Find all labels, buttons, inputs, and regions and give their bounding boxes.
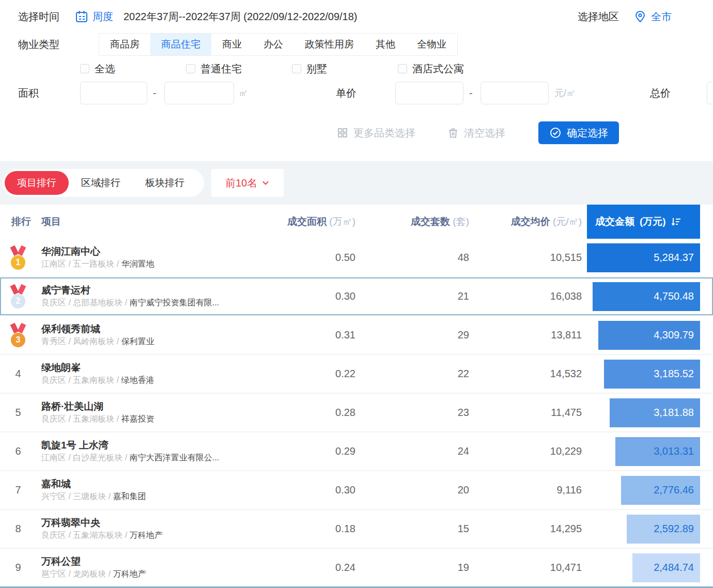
project-developer: 绿地香港 (121, 376, 154, 384)
more-categories-button[interactable]: 更多品类选择 (337, 121, 415, 145)
table-row-6[interactable]: 6凯旋1号 上水湾江南区 / 白沙星光板块 / 南宁大西洋置业有限公...0.2… (0, 432, 713, 471)
property-tab-3[interactable]: 商业 (211, 34, 253, 55)
project-developer: 万科地产 (130, 531, 163, 539)
project-cell: 万科公望邕宁区 / 龙岗板块 / 万科地产 (36, 555, 283, 581)
project-subtitle: 邕宁区 / 龙岗板块 / 万科地产 (41, 568, 283, 580)
top-n-dropdown[interactable]: 前10名 (211, 169, 284, 197)
clear-selection-label: 清空选择 (464, 126, 505, 140)
amount-bar: 2,776.46 (621, 476, 700, 505)
project-name[interactable]: 万科翡翠中央 (41, 516, 283, 530)
project-developer: 南宁威宁投资集团有限... (130, 298, 219, 307)
location-pin-icon[interactable] (633, 10, 647, 23)
sort-descending-icon (671, 216, 681, 227)
property-tab-4[interactable]: 办公 (253, 34, 294, 55)
amount-value: 2,592.89 (654, 523, 694, 535)
property-tab-1[interactable]: 商品房 (99, 34, 150, 55)
project-name[interactable]: 保利领秀前城 (41, 322, 283, 336)
table-row-3[interactable]: 3保利领秀前城青秀区 / 凤岭南板块 / 保利置业0.312913,8114,3… (0, 316, 713, 355)
header-amount-sort[interactable]: 成交金额(万元) (587, 205, 700, 239)
project-name[interactable]: 绿地朗峯 (41, 361, 283, 375)
project-developer: 南宁大西洋置业有限公... (130, 453, 219, 462)
rank-number: 4 (0, 368, 36, 380)
area-min-input[interactable] (80, 82, 147, 104)
project-cell: 凯旋1号 上水湾江南区 / 白沙星光板块 / 南宁大西洋置业有限公... (36, 439, 283, 465)
checkbox-icon[interactable] (186, 64, 195, 73)
time-range-text[interactable]: 2022年37周--2022年37周 (2022/09/12-2022/09/1… (123, 10, 358, 24)
table-row-8[interactable]: 8万科翡翠中央良庆区 / 五象湖东板块 / 万科地产0.181514,2952,… (0, 510, 713, 549)
amount-value: 4,750.48 (654, 290, 694, 302)
property-type-row: 物业类型 商品房商品住宅商业办公政策性用房其他全物业 (0, 33, 713, 57)
time-filter-row: 选择时间 周度 2022年37周--2022年37周 (2022/09/12-2… (0, 5, 713, 28)
confirm-selection-button[interactable]: 确定选择 (538, 121, 619, 144)
table-row-4[interactable]: 4绿地朗峯良庆区 / 五象南板块 / 绿地香港0.222214,5323,185… (0, 355, 713, 394)
unit-price-max-input[interactable] (481, 82, 549, 104)
checkbox-item-4[interactable]: 酒店式公寓 (398, 62, 504, 76)
price-value: 10,471 (474, 562, 587, 574)
price-value: 14,295 (474, 523, 587, 535)
project-subtitle: 良庆区 / 五象湖板块 / 祥嘉投资 (41, 413, 283, 425)
amount-cell: 5,284.37 (587, 243, 700, 272)
calendar-icon[interactable] (75, 10, 88, 23)
units-value: 29 (361, 329, 474, 341)
project-cell: 路桥·壮美山湖良庆区 / 五象湖板块 / 祥嘉投资 (36, 400, 283, 426)
area-max-input[interactable] (164, 82, 234, 104)
amount-bar: 3,013.31 (615, 437, 700, 466)
checkbox-icon[interactable] (292, 64, 301, 73)
ranking-band: 项目排行区域排行板块排行 前10名 (0, 161, 713, 205)
unit-price-min-input[interactable] (395, 82, 463, 104)
region-value-link[interactable]: 全市 (651, 10, 672, 24)
project-name[interactable]: 威宁青运村 (41, 284, 283, 297)
filter-panel: 选择时间 周度 2022年37周--2022年37周 (2022/09/12-2… (0, 0, 713, 161)
top-n-label: 前10名 (225, 176, 257, 190)
ranking-tab-1[interactable]: 项目排行 (5, 171, 69, 195)
price-value: 14,532 (474, 368, 587, 380)
project-developer: 保利置业 (121, 337, 154, 346)
table-row-1[interactable]: 1华润江南中心江南区 / 五一路板块 / 华润置地0.504810,5155,2… (0, 239, 713, 277)
area-value: 0.18 (283, 523, 361, 535)
units-value: 19 (361, 562, 474, 574)
clear-selection-button[interactable]: 清空选择 (447, 121, 505, 145)
project-name[interactable]: 凯旋1号 上水湾 (41, 439, 283, 452)
amount-bar: 5,284.37 (587, 243, 700, 272)
project-cell: 华润江南中心江南区 / 五一路板块 / 华润置地 (36, 245, 283, 271)
checkbox-item-1[interactable]: 全选 (80, 62, 186, 76)
checkbox-icon[interactable] (398, 64, 407, 73)
medal-bronze-icon: 3 (9, 323, 27, 347)
project-name[interactable]: 路桥·壮美山湖 (41, 400, 283, 413)
confirm-selection-label: 确定选择 (567, 126, 608, 140)
table-row-2[interactable]: 2威宁青运村良庆区 / 总部基地板块 / 南宁威宁投资集团有限...0.3021… (0, 277, 713, 316)
checkbox-item-2[interactable]: 普通住宅 (186, 62, 292, 76)
area-range-dash: - (153, 82, 157, 104)
price-value: 16,038 (474, 290, 587, 302)
medal-silver-icon: 2 (9, 284, 27, 308)
total-price-min-input[interactable] (707, 82, 713, 104)
amount-bar: 2,484.74 (632, 553, 700, 582)
table-row-5[interactable]: 5路桥·壮美山湖良庆区 / 五象湖板块 / 祥嘉投资0.282311,4753,… (0, 394, 713, 432)
unit-price-label: 单价 (336, 82, 357, 104)
ranking-tab-2[interactable]: 区域排行 (69, 176, 133, 190)
checkbox-icon[interactable] (80, 64, 89, 73)
property-tab-6[interactable]: 其他 (365, 34, 406, 55)
rank-number: 5 (0, 407, 36, 419)
region-filter: 选择地区 全市 (578, 10, 672, 24)
property-type-tabs: 商品房商品住宅商业办公政策性用房其他全物业 (99, 33, 458, 56)
project-name[interactable]: 华润江南中心 (41, 245, 283, 258)
medal-gold-icon: 1 (9, 245, 27, 270)
checkbox-item-3[interactable]: 别墅 (292, 62, 398, 76)
project-location: 良庆区 / 五象湖板块 (41, 414, 114, 423)
check-circle-icon (549, 127, 562, 139)
project-name[interactable]: 嘉和城 (41, 477, 283, 491)
table-row-7[interactable]: 7嘉和城兴宁区 / 三塘板块 / 嘉和集团0.30209,1162,776.46 (0, 471, 713, 510)
property-tab-2[interactable]: 商品住宅 (150, 34, 211, 55)
property-tab-5[interactable]: 政策性用房 (294, 34, 365, 55)
project-name[interactable]: 万科公望 (41, 555, 283, 568)
time-mode-link[interactable]: 周度 (92, 10, 113, 24)
header-price: 成交均价 (元/㎡) (474, 215, 587, 228)
table-row-9[interactable]: 9万科公望邕宁区 / 龙岗板块 / 万科地产0.241910,4712,484.… (0, 549, 713, 587)
property-tab-7[interactable]: 全物业 (406, 34, 457, 55)
amount-bar: 2,592.89 (627, 515, 700, 544)
units-value: 22 (361, 368, 474, 380)
header-rank: 排行 (0, 215, 36, 228)
units-value: 24 (361, 445, 474, 457)
ranking-tab-3[interactable]: 板块排行 (133, 176, 197, 190)
